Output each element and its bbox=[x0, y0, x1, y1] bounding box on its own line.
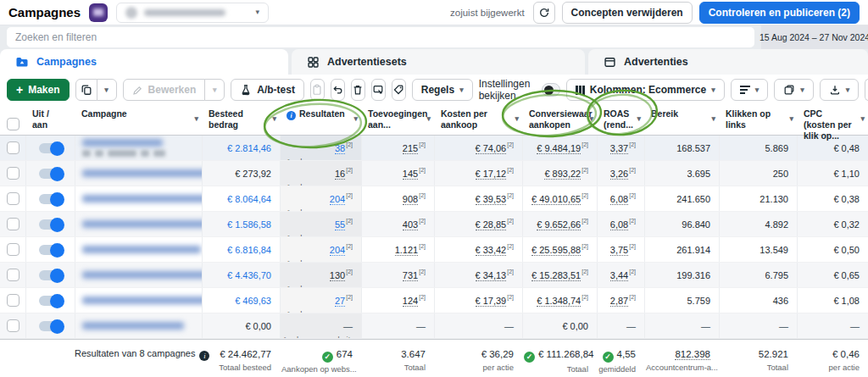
breakdown-icon bbox=[740, 86, 750, 94]
tag-button[interactable] bbox=[392, 79, 406, 101]
campaign-toggle-cell bbox=[25, 212, 75, 236]
cell-toevoegingen: 403[2] bbox=[361, 212, 434, 236]
campaign-name-redacted[interactable] bbox=[82, 220, 202, 228]
cell-toevoegingen: — bbox=[361, 313, 434, 338]
review-publish-button[interactable]: Controleren en publiceren (2) bbox=[699, 2, 860, 24]
create-button[interactable]: + Maken bbox=[7, 79, 70, 101]
cell-bereik: 5.759 bbox=[644, 288, 719, 313]
cell-conversiewaarde: € 49.010,65[2] bbox=[522, 186, 597, 211]
row-checkbox[interactable] bbox=[7, 141, 19, 154]
reports-button[interactable]: ▾ bbox=[774, 79, 814, 101]
sort-caret-icon: ▾ bbox=[711, 115, 715, 123]
totals-row: Resultaten van 8 campagnesi € 24.462,77 … bbox=[0, 339, 868, 377]
row-checkbox[interactable] bbox=[7, 192, 19, 205]
campaign-name-redacted[interactable] bbox=[82, 246, 201, 253]
undo-button[interactable] bbox=[331, 79, 345, 101]
cell-kosten-per-aankoop: € 39,53[2] bbox=[434, 186, 522, 211]
row-checkbox[interactable] bbox=[7, 167, 19, 180]
preview-button[interactable] bbox=[371, 79, 386, 101]
column-header-campagne[interactable]: Campagne▾ bbox=[75, 105, 202, 143]
campaign-toggle[interactable] bbox=[39, 169, 63, 179]
column-header-roas[interactable]: ROAS (rend...▾ bbox=[597, 105, 644, 143]
cell-besteed-bedrag: € 1.586,58 bbox=[202, 212, 280, 236]
total-cell-klikken-op-links: 52.921 Totaal bbox=[719, 340, 797, 377]
sort-caret-icon: ▾ bbox=[789, 115, 793, 123]
campaign-toggle[interactable] bbox=[39, 245, 63, 255]
clipped-toolbar-button[interactable] bbox=[865, 79, 868, 101]
column-header-resultaten[interactable]: iResultaten▾ bbox=[280, 105, 361, 143]
column-header-klikken-op-links[interactable]: Klikken op links▾ bbox=[719, 105, 797, 143]
column-header-conversiewaarde-aankopen[interactable]: Conversiewaar aankopen▾ bbox=[522, 105, 597, 143]
clipboard-button[interactable] bbox=[310, 79, 325, 101]
table-row: € 6.816,84 204[2]Aankopen op we... 1.121… bbox=[0, 237, 868, 263]
ab-test-button[interactable]: A/b-test bbox=[231, 79, 304, 101]
search-input[interactable] bbox=[7, 27, 754, 47]
column-header-kosten-per-aankoop[interactable]: Kosten per aankoop▾ bbox=[434, 105, 522, 143]
row-checkbox[interactable] bbox=[7, 218, 19, 230]
view-settings-toggle[interactable] bbox=[542, 83, 560, 97]
row-checkbox[interactable] bbox=[7, 319, 19, 332]
row-hover-actions[interactable] bbox=[82, 150, 202, 157]
campaign-toggle[interactable] bbox=[39, 194, 63, 204]
select-all-checkbox[interactable] bbox=[7, 118, 19, 130]
tab-advertenties[interactable]: Advertenties bbox=[588, 49, 868, 75]
cell-roas: — bbox=[597, 313, 644, 338]
campaign-name-redacted[interactable] bbox=[82, 322, 184, 330]
level-tabs: Campagnes Advertentiesets Advertenties bbox=[0, 49, 868, 75]
chevron-down-icon: ▾ bbox=[213, 86, 217, 94]
row-checkbox[interactable] bbox=[7, 294, 19, 307]
cell-resultaten: 16[2]Aankopen op we... bbox=[280, 161, 361, 186]
campaign-toggle[interactable] bbox=[39, 143, 63, 153]
sort-caret-icon: ▾ bbox=[860, 115, 865, 123]
cell-klikken: 250 bbox=[719, 161, 797, 186]
edit-button[interactable]: Bewerken bbox=[123, 79, 206, 101]
column-header-uit-aan[interactable]: Uit / aan bbox=[25, 105, 75, 143]
rules-button[interactable]: Regels ▾ bbox=[412, 79, 473, 101]
column-header-besteed-bedrag[interactable]: Besteed bedrag▾ bbox=[202, 105, 280, 143]
edit-dropdown[interactable]: ▾ bbox=[204, 79, 225, 101]
campaign-name-redacted[interactable] bbox=[82, 195, 202, 202]
row-checkbox-cell bbox=[0, 161, 25, 186]
sort-caret-icon: ▾ bbox=[194, 115, 198, 123]
column-header-toevoegingen-aan-winkelwagen[interactable]: Toevoegingen aan...▾ bbox=[361, 105, 434, 143]
date-range-picker[interactable]: 15 Aug 2024 – 27 Nov 2024 bbox=[761, 25, 868, 49]
refresh-button[interactable] bbox=[533, 2, 555, 24]
campaign-name-redacted[interactable] bbox=[82, 139, 163, 147]
total-cell-resultaten: ✓674 Aankopen op webs... bbox=[280, 340, 361, 377]
cell-bereik: — bbox=[644, 313, 719, 338]
export-button[interactable]: ▾ bbox=[820, 79, 860, 101]
campaign-toggle[interactable] bbox=[39, 219, 63, 230]
delete-drafts-button[interactable]: Concepten verwijderen bbox=[562, 2, 693, 24]
row-checkbox[interactable] bbox=[7, 269, 19, 281]
check-icon: ✓ bbox=[524, 352, 535, 363]
cell-cpc: € 1,10 bbox=[797, 161, 868, 186]
top-bar: Campagnes ▾ zojuist bijgewerkt Concepten… bbox=[0, 0, 868, 25]
column-header-bereik[interactable]: Bereik▾ bbox=[644, 105, 719, 143]
tab-advertentiesets[interactable]: Advertentiesets bbox=[292, 49, 585, 75]
cell-klikken: 4.892 bbox=[719, 212, 797, 236]
cell-besteed-bedrag: € 4.436,70 bbox=[202, 263, 280, 287]
cell-kosten-per-aankoop: € 17,12[2] bbox=[434, 161, 522, 186]
campaign-name-redacted[interactable] bbox=[82, 297, 202, 304]
tag-icon bbox=[392, 84, 404, 96]
campaign-toggle[interactable] bbox=[39, 270, 63, 280]
info-icon[interactable]: i bbox=[287, 111, 296, 120]
business-app-icon[interactable] bbox=[89, 3, 108, 22]
breakdown-button[interactable]: ▾ bbox=[731, 79, 769, 101]
delete-button[interactable] bbox=[351, 79, 365, 101]
ad-account-selector[interactable]: ▾ bbox=[116, 3, 269, 23]
tab-campagnes[interactable]: Campagnes bbox=[0, 49, 288, 75]
campaign-name-redacted[interactable] bbox=[82, 169, 202, 177]
total-cell-kosten-per-aankoop: € 36,29 per actie bbox=[434, 340, 522, 377]
campaign-toggle[interactable] bbox=[39, 296, 63, 306]
page-title: Campagnes bbox=[8, 5, 81, 19]
sort-caret-icon: ▾ bbox=[637, 115, 641, 123]
campaign-name-redacted[interactable] bbox=[82, 271, 202, 279]
row-checkbox[interactable] bbox=[7, 243, 19, 256]
chevron-down-icon: ▾ bbox=[711, 86, 715, 94]
column-header-cpc[interactable]: CPC (kosten per klik op...▾ bbox=[797, 105, 868, 143]
duplicate-dropdown[interactable]: ▾ bbox=[97, 79, 117, 101]
columns-button[interactable]: Kolommen: Ecommerce ▾ bbox=[566, 79, 725, 101]
campaign-toggle[interactable] bbox=[39, 321, 63, 331]
duplicate-button[interactable] bbox=[75, 79, 97, 101]
